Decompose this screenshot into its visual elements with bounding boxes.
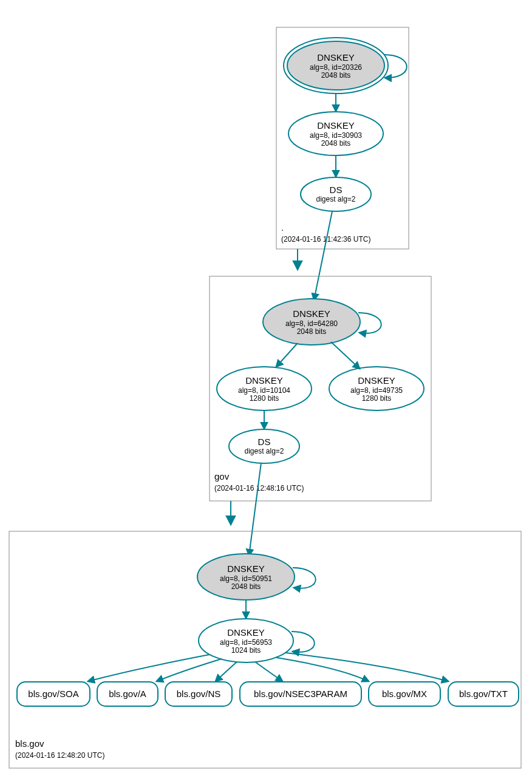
zone-gov-time: (2024-01-16 12:48:16 UTC) <box>214 484 304 492</box>
zone-gov-name: gov <box>214 471 230 482</box>
edge-gov-ksk-self <box>358 313 381 333</box>
rrset-ns: bls.gov/NS <box>165 682 232 706</box>
svg-text:2048 bits: 2048 bits <box>297 327 327 336</box>
rrset-nsec3param: bls.gov/NSEC3PARAM <box>240 682 361 706</box>
edge-zsk-a <box>157 659 222 681</box>
svg-text:bls.gov/A: bls.gov/A <box>109 689 146 699</box>
svg-text:alg=8, id=50951: alg=8, id=50951 <box>220 574 272 583</box>
svg-text:digest alg=2: digest alg=2 <box>244 447 284 455</box>
svg-text:DNSKEY: DNSKEY <box>293 308 330 319</box>
node-gov-zsk2: DNSKEY alg=8, id=49735 1280 bits <box>329 367 424 410</box>
edge-gov-ds-to-bls-ksk <box>249 463 261 556</box>
svg-text:1280 bits: 1280 bits <box>362 394 392 403</box>
svg-text:DNSKEY: DNSKEY <box>227 627 265 638</box>
edge-zsk-ns <box>216 662 237 681</box>
zone-root-name: . <box>281 222 284 233</box>
rrset-soa: bls.gov/SOA <box>17 682 90 706</box>
edge-zsk-mx <box>276 658 369 681</box>
svg-text:DNSKEY: DNSKEY <box>317 52 355 63</box>
svg-text:2048 bits: 2048 bits <box>321 139 351 148</box>
svg-text:DNSKEY: DNSKEY <box>227 563 265 574</box>
svg-text:1024 bits: 1024 bits <box>231 646 261 655</box>
edge-zsk-soa <box>88 655 210 681</box>
svg-text:bls.gov/NS: bls.gov/NS <box>177 689 221 699</box>
node-gov-ksk: DNSKEY alg=8, id=64280 2048 bits <box>263 299 360 345</box>
svg-text:bls.gov/MX: bls.gov/MX <box>382 689 427 699</box>
svg-text:alg=8, id=20326: alg=8, id=20326 <box>310 63 362 72</box>
svg-text:DS: DS <box>330 185 343 195</box>
svg-text:bls.gov/SOA: bls.gov/SOA <box>28 689 78 699</box>
svg-text:alg=8, id=64280: alg=8, id=64280 <box>285 319 338 328</box>
zone-bls-name: bls.gov <box>15 738 44 749</box>
edge-gov-ksk-to-zsk1 <box>276 343 298 367</box>
edge-zsk-n3p <box>255 662 282 681</box>
svg-text:2048 bits: 2048 bits <box>321 71 351 80</box>
svg-text:1280 bits: 1280 bits <box>250 394 279 403</box>
svg-text:alg=8, id=56953: alg=8, id=56953 <box>220 638 272 647</box>
svg-text:DNSKEY: DNSKEY <box>245 375 283 386</box>
svg-text:bls.gov/NSEC3PARAM: bls.gov/NSEC3PARAM <box>254 689 347 699</box>
rrset-a: bls.gov/A <box>97 682 158 706</box>
node-bls-ksk: DNSKEY alg=8, id=50951 2048 bits <box>197 554 295 600</box>
node-bls-zsk: DNSKEY alg=8, id=56953 1024 bits <box>199 619 293 662</box>
svg-text:digest alg=2: digest alg=2 <box>316 195 355 203</box>
node-root-ds: DS digest alg=2 <box>301 177 371 211</box>
svg-text:DNSKEY: DNSKEY <box>317 120 355 131</box>
svg-text:bls.gov/TXT: bls.gov/TXT <box>459 689 508 699</box>
rrset-txt: bls.gov/TXT <box>448 682 519 706</box>
svg-text:DNSKEY: DNSKEY <box>358 375 395 386</box>
zone-bls-time: (2024-01-16 12:48:20 UTC) <box>15 751 104 760</box>
edge-bls-zsk-self <box>292 631 315 652</box>
svg-text:alg=8, id=30903: alg=8, id=30903 <box>310 131 362 140</box>
svg-text:2048 bits: 2048 bits <box>231 582 261 591</box>
svg-text:alg=8, id=10104: alg=8, id=10104 <box>238 386 290 395</box>
node-gov-ds: DS digest alg=2 <box>229 429 299 463</box>
edge-gov-ksk-to-zsk2 <box>331 342 360 369</box>
svg-text:DS: DS <box>258 437 271 447</box>
edge-zsk-txt <box>285 653 448 681</box>
edge-root-ksk-self <box>384 55 407 78</box>
node-gov-zsk1: DNSKEY alg=8, id=10104 1280 bits <box>217 367 312 410</box>
node-root-zsk: DNSKEY alg=8, id=30903 2048 bits <box>288 112 383 155</box>
node-root-ksk: DNSKEY alg=8, id=20326 2048 bits <box>284 38 388 94</box>
edge-root-ds-to-gov-ksk <box>314 211 332 300</box>
svg-text:alg=8, id=49735: alg=8, id=49735 <box>350 386 403 395</box>
rrset-mx: bls.gov/MX <box>369 682 440 706</box>
edge-bls-ksk-self <box>293 568 316 588</box>
